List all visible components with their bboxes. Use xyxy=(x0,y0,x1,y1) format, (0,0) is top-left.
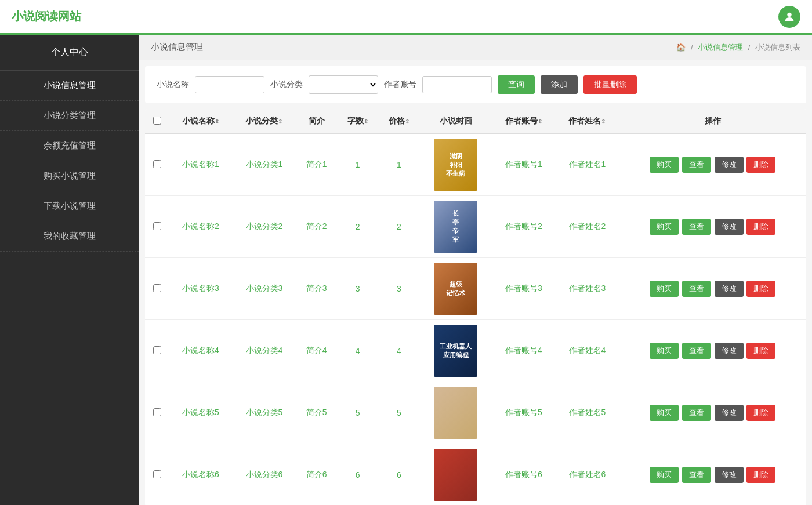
sidebar-item-purchase-management[interactable]: 购买小说管理 xyxy=(0,161,139,191)
novel-words-cell: 4 xyxy=(337,320,378,382)
buy-button[interactable]: 购买 xyxy=(650,219,679,235)
novel-words-cell: 6 xyxy=(337,444,378,506)
author-account-cell: 作者账号2 xyxy=(492,196,556,258)
delete-button[interactable]: 删除 xyxy=(746,219,775,235)
sidebar-item-recharge-management[interactable]: 余额充值管理 xyxy=(0,131,139,161)
delete-button[interactable]: 删除 xyxy=(746,467,775,483)
author-name-cell: 作者姓名3 xyxy=(556,258,619,320)
toolbar: 小说名称 小说分类 小说分类1 小说分类2 小说分类3 作者账号 查询 添加 批… xyxy=(145,66,806,103)
row-checkbox[interactable] xyxy=(153,284,161,292)
row-checkbox[interactable] xyxy=(153,408,161,416)
author-account-label: 作者账号 xyxy=(384,79,416,90)
view-button[interactable]: 查看 xyxy=(682,281,711,297)
view-button[interactable]: 查看 xyxy=(682,343,711,359)
edit-button[interactable]: 修改 xyxy=(715,405,744,421)
novel-category-cell: 小说分类2 xyxy=(233,196,296,258)
buy-button[interactable]: 购买 xyxy=(650,405,679,421)
novel-price-cell: 4 xyxy=(378,320,419,382)
novel-cover-cell: 滋阴 补阳 不生病 xyxy=(420,134,492,196)
table-row: 小说名称4小说分类4简介444工业机器人 应用编程作者账号4作者姓名4 购买 查… xyxy=(145,320,806,382)
novel-intro-cell: 简介1 xyxy=(296,134,337,196)
author-account-cell: 作者账号5 xyxy=(492,382,556,444)
sidebar-item-download-management[interactable]: 下载小说管理 xyxy=(0,191,139,221)
page-header: 小说信息管理 🏠 / 小说信息管理 / 小说信息列表 xyxy=(139,35,812,60)
delete-button[interactable]: 删除 xyxy=(746,281,775,297)
table-row: 小说名称6小说分类6简介666作者账号6作者姓名6 购买 查看 修改 删除 xyxy=(145,444,806,506)
row-checkbox[interactable] xyxy=(153,222,161,230)
buy-button[interactable]: 购买 xyxy=(650,343,679,359)
row-checkbox[interactable] xyxy=(153,160,161,168)
novel-intro-cell: 简介4 xyxy=(296,320,337,382)
book-cover-image: 长 亭 帝 军 xyxy=(434,201,477,253)
author-account-input[interactable] xyxy=(422,76,492,93)
delete-button[interactable]: 删除 xyxy=(746,157,775,173)
col-checkbox xyxy=(145,109,169,134)
action-buttons-cell: 购买 查看 修改 删除 xyxy=(619,258,806,320)
sidebar-item-novel-management[interactable]: 小说信息管理 xyxy=(0,71,139,101)
edit-button[interactable]: 修改 xyxy=(715,281,744,297)
header: 小说阅读网站 xyxy=(0,0,812,35)
col-author-account: 作者账号⇕ xyxy=(492,109,556,134)
sidebar: 个人中心 小说信息管理 小说分类管理 余额充值管理 购买小说管理 下载小说管理 … xyxy=(0,35,139,505)
user-avatar[interactable] xyxy=(778,6,800,28)
novel-intro-cell: 简介6 xyxy=(296,444,337,506)
novel-words-cell: 3 xyxy=(337,258,378,320)
novel-category-cell: 小说分类6 xyxy=(233,444,296,506)
buy-button[interactable]: 购买 xyxy=(650,281,679,297)
sidebar-item-category-management[interactable]: 小说分类管理 xyxy=(0,101,139,131)
book-cover-image xyxy=(434,449,477,501)
buy-button[interactable]: 购买 xyxy=(650,467,679,483)
novel-category-cell: 小说分类1 xyxy=(233,134,296,196)
search-button[interactable]: 查询 xyxy=(498,75,535,94)
table-header-row: 小说名称⇕ 小说分类⇕ 简介 字数⇕ 价格⇕ 小说封面 作者账号⇕ 作者姓名⇕ … xyxy=(145,109,806,134)
novel-category-cell: 小说分类5 xyxy=(233,382,296,444)
book-cover-image: 超级 记忆术 xyxy=(434,263,477,315)
buy-button[interactable]: 购买 xyxy=(650,157,679,173)
action-buttons-cell: 购买 查看 修改 删除 xyxy=(619,134,806,196)
novel-name-label: 小说名称 xyxy=(157,79,189,90)
edit-button[interactable]: 修改 xyxy=(715,343,744,359)
author-account-cell: 作者账号6 xyxy=(492,444,556,506)
novel-cover-cell xyxy=(420,444,492,506)
author-name-cell: 作者姓名1 xyxy=(556,134,619,196)
col-category: 小说分类⇕ xyxy=(233,109,296,134)
col-name: 小说名称⇕ xyxy=(169,109,233,134)
novel-category-label: 小说分类 xyxy=(270,79,303,90)
row-checkbox[interactable] xyxy=(153,346,161,354)
col-cover: 小说封面 xyxy=(420,109,492,134)
novel-words-cell: 5 xyxy=(337,382,378,444)
table-row: 小说名称5小说分类5简介555作者账号5作者姓名5 购买 查看 修改 删除 xyxy=(145,382,806,444)
view-button[interactable]: 查看 xyxy=(682,405,711,421)
delete-button[interactable]: 删除 xyxy=(746,343,775,359)
view-button[interactable]: 查看 xyxy=(682,467,711,483)
edit-button[interactable]: 修改 xyxy=(715,467,744,483)
novel-name-cell: 小说名称5 xyxy=(169,382,233,444)
action-buttons-cell: 购买 查看 修改 删除 xyxy=(619,320,806,382)
edit-button[interactable]: 修改 xyxy=(715,157,744,173)
novel-name-input[interactable] xyxy=(195,76,264,93)
row-checkbox[interactable] xyxy=(153,470,161,478)
view-button[interactable]: 查看 xyxy=(682,157,711,173)
edit-button[interactable]: 修改 xyxy=(715,219,744,235)
novel-cover-cell: 超级 记忆术 xyxy=(420,258,492,320)
delete-button[interactable]: 删除 xyxy=(746,405,775,421)
col-price: 价格⇕ xyxy=(378,109,419,134)
novel-cover-cell xyxy=(420,382,492,444)
novel-price-cell: 6 xyxy=(378,444,419,506)
table-row: 小说名称3小说分类3简介333超级 记忆术作者账号3作者姓名3 购买 查看 修改… xyxy=(145,258,806,320)
novel-cover-cell: 长 亭 帝 军 xyxy=(420,196,492,258)
select-all-checkbox[interactable] xyxy=(153,117,161,125)
main-content: 小说信息管理 🏠 / 小说信息管理 / 小说信息列表 小说名称 小说分类 小说分… xyxy=(139,35,812,505)
novel-price-cell: 5 xyxy=(378,382,419,444)
col-intro: 简介 xyxy=(296,109,337,134)
col-actions: 操作 xyxy=(619,109,806,134)
batch-delete-button[interactable]: 批量删除 xyxy=(583,75,637,94)
sidebar-item-favorites-management[interactable]: 我的收藏管理 xyxy=(0,221,139,252)
novel-name-cell: 小说名称1 xyxy=(169,134,233,196)
view-button[interactable]: 查看 xyxy=(682,219,711,235)
sidebar-personal-center: 个人中心 xyxy=(0,35,139,71)
add-button[interactable]: 添加 xyxy=(541,75,578,94)
novel-price-cell: 1 xyxy=(378,134,419,196)
book-cover-image: 工业机器人 应用编程 xyxy=(434,325,477,377)
novel-category-select[interactable]: 小说分类1 小说分类2 小说分类3 xyxy=(309,75,378,94)
